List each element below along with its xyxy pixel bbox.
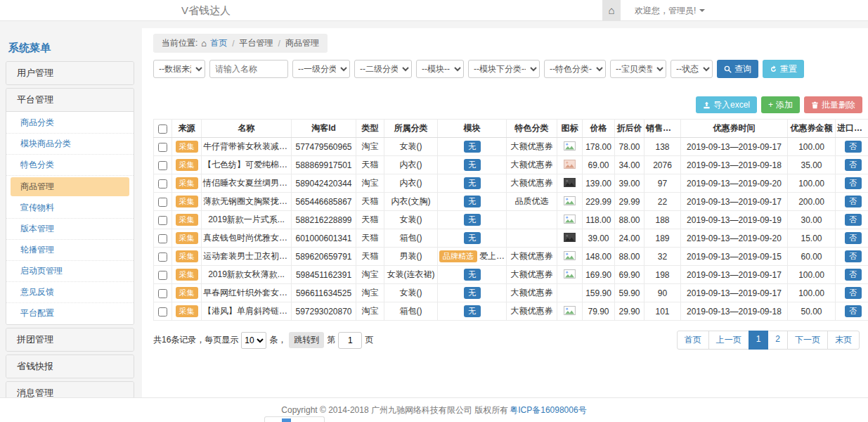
coupon-time: 2019-09-13—2019-09-17 [681, 193, 788, 211]
coupon-time: 2019-09-13—2019-09-20 [681, 229, 788, 248]
name-search-input[interactable] [209, 60, 288, 78]
sidebar-item[interactable]: 商品分类 [6, 113, 134, 134]
import-optimal-badge[interactable]: 否 [845, 177, 862, 190]
discount-price: 34.00 [615, 156, 644, 174]
sidebar-item[interactable]: 意见反馈 [6, 282, 134, 303]
refresh-icon [770, 65, 777, 73]
sidebar-item[interactable]: 版本管理 [6, 219, 134, 240]
import-optimal-badge[interactable]: 否 [845, 214, 862, 226]
status-chip [282, 418, 291, 422]
taoke-id: 577479560965 [292, 138, 356, 156]
row-checkbox[interactable] [158, 252, 167, 262]
row-checkbox[interactable] [158, 198, 167, 207]
sidebar-item[interactable]: 启动页管理 [6, 261, 134, 282]
sidebar-item[interactable]: 模块商品分类 [6, 134, 134, 155]
feature-category [507, 229, 557, 248]
page-button-2[interactable]: 2 [767, 331, 788, 350]
data-source-select[interactable]: --数据来源-- [153, 60, 205, 78]
row-checkbox[interactable] [158, 143, 167, 152]
icp-link[interactable]: 粤ICP备16098006号 [510, 404, 586, 416]
sidebar-item[interactable]: 商品管理 [11, 177, 129, 196]
row-checkbox[interactable] [158, 179, 167, 188]
sidebar-group-header[interactable]: 用户管理 [6, 62, 134, 84]
taoke-id: 589042420344 [292, 174, 356, 193]
product-image-icon [564, 160, 576, 169]
user-menu[interactable]: 欢迎您，管理员! [635, 0, 705, 21]
sidebar-item[interactable]: 轮播管理 [6, 240, 134, 261]
page-prefix-text: 第 [327, 334, 335, 346]
page-button-末页[interactable]: 末页 [827, 331, 860, 350]
status-select[interactable]: --状态-- [671, 60, 713, 78]
sales-count: 2076 [644, 156, 681, 174]
discount-price: 69.90 [615, 266, 644, 284]
product-image-icon [564, 178, 576, 187]
jump-button[interactable]: 跳转到 [289, 332, 324, 348]
row-checkbox[interactable] [158, 289, 167, 298]
page-number-input[interactable] [338, 332, 362, 349]
product-category: 内衣() [384, 156, 438, 174]
import-optimal-badge[interactable]: 否 [845, 305, 862, 318]
product-category: 内衣() [384, 174, 438, 193]
breadcrumb-prefix: 当前位置: [162, 37, 197, 49]
add-button[interactable]: + 添加 [761, 96, 800, 113]
home-icon: ⌂ [608, 4, 614, 16]
source-badge: 采集 [176, 177, 198, 190]
sales-count: 198 [644, 266, 681, 284]
sidebar-group-header[interactable]: 拼团管理 [6, 328, 134, 351]
module-subcategory-select[interactable]: --模块下分类-- [468, 60, 540, 78]
item-type-select[interactable]: --宝贝类型-- [610, 60, 666, 78]
row-checkbox[interactable] [158, 161, 167, 170]
sidebar-group-header[interactable]: 平台管理 [6, 89, 134, 111]
import-optimal-badge[interactable]: 否 [845, 196, 862, 208]
sidebar-item[interactable]: 宣传物料 [6, 198, 134, 219]
page-button-首页[interactable]: 首页 [677, 331, 709, 350]
row-checkbox[interactable] [158, 234, 167, 243]
module-select[interactable]: --模块-- [416, 60, 464, 78]
sidebar-item[interactable]: 平台配置 [6, 303, 134, 324]
table-row: 采集薄款无钢圈文胸聚拢性...565446685867天猫内衣(文胸)无品质优选… [154, 193, 868, 211]
app-title: V省钱达人 [181, 0, 231, 21]
breadcrumb-home-link[interactable]: 首页 [210, 37, 227, 49]
level1-category-select[interactable]: --一级分类-- [292, 60, 350, 78]
select-all-checkbox[interactable] [158, 124, 167, 134]
module-badge: 无 [464, 141, 481, 153]
row-checkbox[interactable] [158, 216, 167, 225]
feature-category: 大额优惠券 [507, 302, 557, 321]
column-header: 特色分类 [507, 120, 557, 138]
filter-bar: --数据来源----一级分类----二级分类----模块----模块下分类---… [153, 60, 862, 78]
sidebar-group-header[interactable]: 省钱快报 [6, 355, 134, 378]
copyright-text: Copyright © 2014-2018 广州九驰网络科技有限公司 版权所有 [281, 404, 508, 416]
import-optimal-badge[interactable]: 否 [845, 232, 862, 245]
row-checkbox[interactable] [158, 271, 167, 280]
import-optimal-badge[interactable]: 否 [845, 269, 862, 281]
page-button-下一页[interactable]: 下一页 [787, 331, 828, 350]
batch-delete-button[interactable]: 批量删除 [804, 96, 862, 113]
upload-icon [703, 101, 711, 109]
feature-category-select[interactable]: --特色分类-- [544, 60, 606, 78]
row-checkbox[interactable] [158, 307, 167, 316]
search-button[interactable]: 查询 [717, 60, 758, 78]
page-button-上一页[interactable]: 上一页 [708, 331, 749, 350]
page-button-1[interactable]: 1 [749, 331, 769, 350]
product-name: 薄款无钢圈文胸聚拢性... [202, 193, 292, 211]
import-optimal-badge[interactable]: 否 [845, 159, 862, 172]
sidebar-item[interactable]: 特色分类 [6, 155, 134, 176]
page-footer: Copyright © 2014-2018 广州九驰网络科技有限公司 版权所有 … [0, 397, 868, 422]
module-badge: 无 [464, 196, 481, 208]
per-page-select[interactable]: 10 [241, 332, 266, 349]
coupon-amount: 50.00 [788, 302, 836, 321]
product-type: 淘宝 [356, 302, 384, 321]
home-button[interactable]: ⌂ [602, 0, 621, 21]
price: 178.00 [583, 138, 615, 156]
column-header: 模块 [438, 120, 507, 138]
product-name: 真皮钱包时尚优雅女士... [202, 229, 292, 248]
column-header: 价格 [583, 120, 615, 138]
product-name: 【七色纺】可爱纯棉家... [202, 156, 292, 174]
reset-button[interactable]: 重置 [763, 60, 804, 78]
import-optimal-badge[interactable]: 否 [845, 250, 862, 263]
import-optimal-badge[interactable]: 否 [845, 141, 862, 153]
price: 229.99 [583, 193, 615, 211]
level2-category-select[interactable]: --二级分类-- [354, 60, 412, 78]
import-excel-button[interactable]: 导入excel [696, 96, 757, 113]
import-optimal-badge[interactable]: 否 [845, 287, 862, 300]
